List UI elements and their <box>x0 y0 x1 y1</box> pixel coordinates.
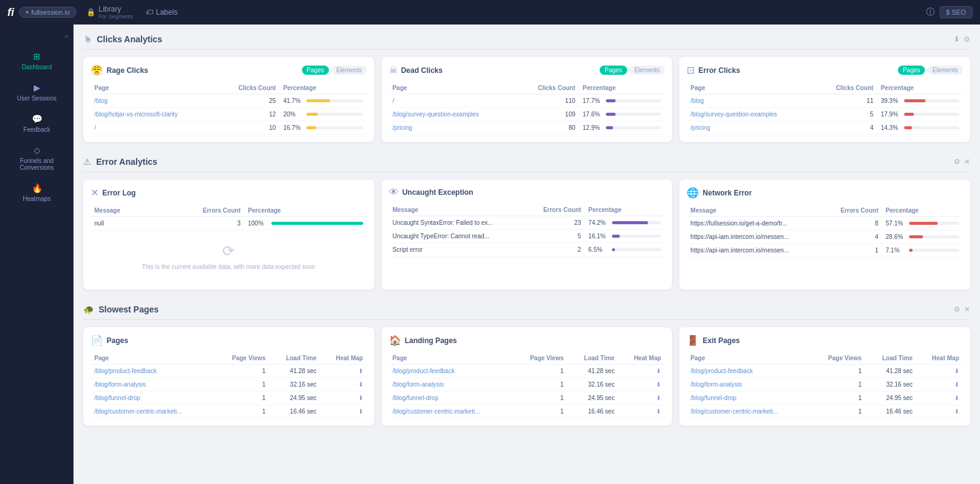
landing-pages-icon: 🏠 <box>389 335 401 346</box>
sidebar-item-user-sessions[interactable]: ▶ User Sessions <box>0 77 74 108</box>
dead-clicks-elements-tab[interactable]: Elements <box>630 66 665 75</box>
clicks-analytics-icon: 🖱 <box>83 34 92 44</box>
rage-clicks-pages-tab[interactable]: Pages <box>302 66 329 75</box>
row-load: 16.46 sec <box>865 405 916 418</box>
slowest-pages-close-button[interactable]: ✕ <box>964 305 970 314</box>
sidebar-item-dashboard[interactable]: ⊞ Dashboard <box>0 45 74 77</box>
row-heatmap: ⬇ <box>916 378 963 391</box>
row-page: /blog/customer-centric-marketi... <box>687 405 810 418</box>
landing-pages-card-header: 🏠 Landing Pages <box>389 335 665 346</box>
exit-pages-card: 🚪 Exit Pages Page Page Views Load Time H… <box>679 327 970 426</box>
landing-pages-col-page: Page <box>389 352 513 365</box>
row-page: /blog/form-analysis <box>91 378 214 391</box>
network-error-card-header: 🌐 Network Error <box>687 187 963 199</box>
nav-library[interactable]: 🔒 Library For Segments <box>86 5 134 20</box>
table-row: /blog/form-analysis 1 32.16 sec ⬇ <box>389 378 665 391</box>
heatmap-link-icon[interactable]: ⬇ <box>954 381 959 388</box>
slowest-pages-card-title: Pages <box>107 336 128 345</box>
table-row: https://api-iam.intercom.io/messen... 1 … <box>687 244 963 257</box>
empty-state-icon: ⟳ <box>103 243 355 260</box>
heatmap-link-icon[interactable]: ⬇ <box>954 368 959 374</box>
row-message: https://api-iam.intercom.io/messen... <box>687 230 823 244</box>
row-pct: 17.6% <box>579 108 665 121</box>
row-views: 1 <box>512 365 567 378</box>
heatmap-link-icon[interactable]: ⬇ <box>358 368 363 374</box>
exit-pages-table: Page Page Views Load Time Heat Map /blog… <box>687 352 963 418</box>
error-clicks-pages-tab[interactable]: Pages <box>898 66 925 75</box>
error-log-col-errors: Errors Count <box>156 205 244 217</box>
heatmap-link-icon[interactable]: ⬇ <box>656 368 661 374</box>
rage-clicks-elements-tab[interactable]: Elements <box>331 66 367 75</box>
row-errors: 5 <box>527 230 584 243</box>
slowest-pages-settings-button[interactable]: ⚙ <box>954 305 960 314</box>
table-row: /blog/customer-centric-marketi... 1 16.4… <box>687 405 963 418</box>
row-load: 32.16 sec <box>865 378 916 391</box>
row-page: /blog/hotjar-vs-microsoft-clarity <box>91 108 217 121</box>
error-analytics-settings-button[interactable]: ⚙ <box>954 157 960 166</box>
heatmap-link-icon[interactable]: ⬇ <box>656 381 661 388</box>
row-views: 1 <box>512 405 567 418</box>
sidebar-item-dashboard-label: Dashboard <box>22 64 52 70</box>
sidebar-collapse-button[interactable]: « <box>59 29 74 43</box>
rage-clicks-tabs: Pages Elements <box>302 66 367 75</box>
error-log-icon: ✕ <box>91 187 99 199</box>
uncaught-exception-icon: 👁 <box>389 187 399 198</box>
slowest-pages-title: Slowest Pages <box>99 304 159 314</box>
heatmap-link-icon[interactable]: ⬇ <box>656 395 661 401</box>
sidebar-item-funnels[interactable]: ◇ Funnels and Conversions <box>0 139 74 177</box>
seo-button[interactable]: $ SEO <box>940 6 973 18</box>
heatmap-link-icon[interactable]: ⬇ <box>954 408 959 415</box>
row-pct: 57.1% <box>882 217 963 230</box>
empty-state-text: This is the current available data, with… <box>103 263 355 270</box>
row-pct: 6.5% <box>585 243 665 257</box>
table-row: Uncaught TypeError: Cannot read... 5 16.… <box>389 230 665 243</box>
heatmap-link-icon[interactable]: ⬇ <box>358 381 363 388</box>
rage-clicks-title: Rage Clicks <box>107 66 148 75</box>
heatmap-link-icon[interactable]: ⬇ <box>358 395 363 401</box>
clicks-analytics-section-header: 🖱 Clicks Analytics ⬇ ⚙ <box>83 34 970 50</box>
info-button[interactable]: ⓘ <box>926 7 935 18</box>
table-row: /blog 25 41.7% <box>91 94 367 108</box>
table-row: https://fullsession.io/get-a-demo/tr... … <box>687 217 963 230</box>
sidebar-item-heatmaps[interactable]: 🔥 Heatmaps <box>0 177 74 208</box>
heatmap-link-icon[interactable]: ⬇ <box>656 408 661 415</box>
row-views: 1 <box>512 391 567 405</box>
error-clicks-icon: ⊡ <box>687 64 695 76</box>
uncaught-exception-col-message: Message <box>389 204 527 216</box>
landing-pages-col-load: Load Time <box>567 352 618 365</box>
error-clicks-col-pct: Percentage <box>877 82 963 94</box>
table-row: /blog/funnel-drop 1 24.95 sec ⬇ <box>389 391 665 405</box>
dead-clicks-card-header: ☠ Dead Clicks Pages Elements <box>389 64 665 76</box>
slowest-pages-col-heatmap: Heat Map <box>320 352 367 365</box>
main-content: 🖱 Clicks Analytics ⬇ ⚙ 😤 Rage Clicks Pag… <box>74 25 980 484</box>
table-row: /blog/survey-question-examples 109 17.6% <box>389 108 665 121</box>
uncaught-exception-col-pct: Percentage <box>585 204 665 216</box>
clicks-analytics-download-button[interactable]: ⬇ <box>954 35 960 43</box>
rage-clicks-title-row: 😤 Rage Clicks <box>91 64 148 76</box>
row-heatmap: ⬇ <box>320 378 367 391</box>
sidebar-item-feedback[interactable]: 💬 Feedback <box>0 108 74 139</box>
table-row: / 110 17.7% <box>389 94 665 108</box>
row-views: 1 <box>214 378 270 391</box>
rage-clicks-card: 😤 Rage Clicks Pages Elements Page Clicks… <box>83 57 374 142</box>
clicks-analytics-settings-button[interactable]: ⚙ <box>963 35 970 43</box>
dead-clicks-pages-tab[interactable]: Pages <box>600 66 627 75</box>
dashboard-icon: ⊞ <box>33 51 40 61</box>
row-page: /blog/form-analysis <box>687 378 810 391</box>
table-row: /blog 11 39.3% <box>687 94 963 108</box>
network-error-col-pct: Percentage <box>882 205 963 217</box>
error-log-card: ✕ Error Log Message Errors Count Percent… <box>83 180 374 290</box>
error-clicks-col-page: Page <box>687 82 815 94</box>
rage-clicks-col-page: Page <box>91 82 217 94</box>
error-analytics-close-button[interactable]: ✕ <box>964 157 970 166</box>
row-clicks: 4 <box>816 121 877 135</box>
error-clicks-elements-tab[interactable]: Elements <box>927 66 963 75</box>
heatmap-link-icon[interactable]: ⬇ <box>358 408 363 415</box>
brand-pill[interactable]: fullsession.io <box>19 7 77 18</box>
uncaught-exception-table: Message Errors Count Percentage Uncaught… <box>389 204 665 257</box>
slowest-pages-section-header: 🐢 Slowest Pages ⚙ ✕ <box>83 304 970 320</box>
row-heatmap: ⬇ <box>320 365 367 378</box>
heatmap-link-icon[interactable]: ⬇ <box>954 395 959 401</box>
row-pct: 12.9% <box>579 121 665 135</box>
nav-labels[interactable]: 🏷 Labels <box>146 5 178 20</box>
